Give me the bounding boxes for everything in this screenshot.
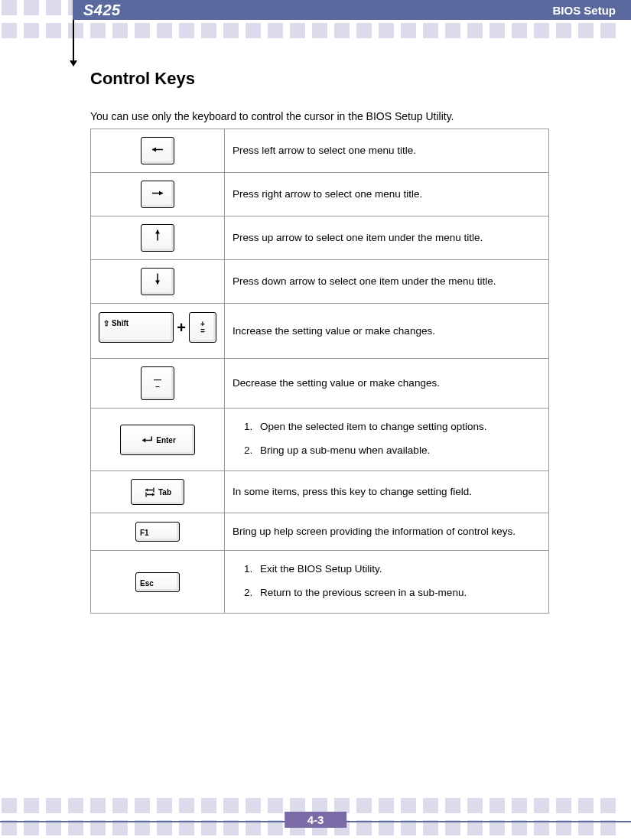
table-row: Press right arrow to select one menu tit… [91,173,549,217]
up-arrow-desc: Press up arrow to select one item under … [225,217,549,260]
table-row: Esc Exit the BIOS Setup Utility. Return … [91,551,549,614]
deco-top-2 [0,23,631,38]
svg-marker-5 [155,230,160,234]
table-row: Enter Open the selected item to change s… [91,409,549,471]
table-row: Press down arrow to select one item unde… [91,260,549,304]
table-row: Press up arrow to select one item under … [91,217,549,260]
control-keys-table: Press left arrow to select one menu titl… [90,129,549,614]
f1-desc: Bring up help screen providing the infor… [225,513,549,551]
enter-desc: Open the selected item to change setting… [225,409,549,471]
down-arrow-desc: Press down arrow to select one item unde… [225,260,549,304]
svg-marker-8 [142,438,145,443]
svg-marker-10 [145,488,148,491]
tab-key-icon: Tab [131,479,184,505]
intro-text: You can use only the keyboard to control… [90,110,549,122]
shift-plus-combo-icon: ⇧ Shift + + = [99,311,216,343]
down-arrow-key-icon [141,268,174,295]
svg-marker-3 [159,191,163,196]
svg-marker-1 [152,148,156,152]
table-row: Press left arrow to select one menu titl… [91,129,549,173]
header-arrow-icon [73,20,74,62]
minus-key-icon: — – [141,366,174,400]
esc-desc: Exit the BIOS Setup Utility. Return to t… [225,551,549,614]
svg-marker-7 [155,281,160,285]
table-row: Tab In some items, press this key to cha… [91,471,549,513]
page-content: Control Keys You can use only the keyboa… [90,69,549,614]
left-arrow-desc: Press left arrow to select one menu titl… [225,129,549,173]
right-arrow-key-icon [141,181,174,208]
svg-marker-13 [152,493,154,496]
right-arrow-desc: Press right arrow to select one menu tit… [225,173,549,217]
decrease-desc: Decrease the setting value or make chang… [225,359,549,409]
increase-desc: Increase the setting value or make chang… [225,304,549,359]
f1-key-icon: F1 [135,522,180,542]
page-title: Control Keys [90,69,549,89]
up-arrow-key-icon [141,224,174,252]
model-label: S425 [83,2,121,19]
page-number: 4-3 [285,812,347,828]
table-row: F1 Bring up help screen providing the in… [91,513,549,551]
tab-desc: In some items, press this key to change … [225,471,549,513]
enter-key-icon: Enter [120,425,195,455]
section-label: BIOS Setup [552,4,616,17]
table-row: — – Decrease the setting value or make c… [91,359,549,409]
page-header: S425 BIOS Setup [73,0,631,20]
deco-bottom-1 [0,798,631,813]
left-arrow-key-icon [141,137,174,164]
esc-key-icon: Esc [135,572,180,592]
table-row: ⇧ Shift + + = Increase the setting value… [91,304,549,359]
